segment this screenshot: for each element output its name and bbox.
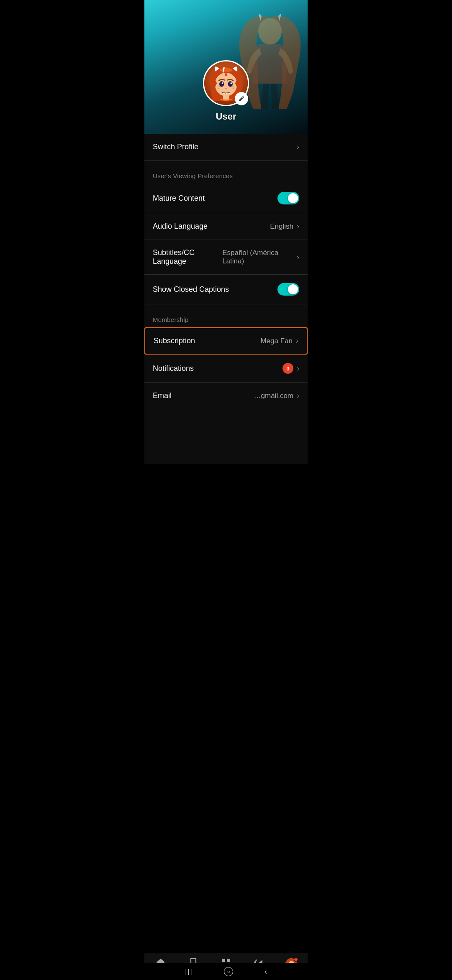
audio-language-row[interactable]: Audio Language English › <box>144 213 308 240</box>
chevron-icon: › <box>297 253 299 262</box>
svg-point-3 <box>219 81 224 87</box>
edit-avatar-button[interactable] <box>235 92 248 105</box>
notifications-badge: 3 <box>282 363 293 374</box>
svg-point-5 <box>222 82 223 84</box>
notifications-right: 3 › <box>282 363 299 374</box>
chevron-icon: › <box>297 143 299 151</box>
switch-profile-row[interactable]: Switch Profile › <box>144 134 308 161</box>
email-row[interactable]: Email …gmail.com › <box>144 383 308 409</box>
hero-header: User <box>144 0 308 134</box>
audio-language-value: English <box>270 222 293 231</box>
section-preferences-header: User's Viewing Preferences <box>144 161 308 184</box>
subtitles-cc-right: Español (América Latina) › <box>222 249 299 265</box>
mature-content-right <box>277 192 299 204</box>
subscription-right: Mega Fan › <box>260 337 298 345</box>
svg-point-6 <box>230 82 232 84</box>
subtitles-cc-row[interactable]: Subtitles/CC Language Español (América L… <box>144 240 308 275</box>
subtitles-cc-label: Subtitles/CC Language <box>153 248 222 266</box>
hero-content: User <box>203 60 249 122</box>
show-cc-label: Show Closed Captions <box>153 285 229 294</box>
show-cc-toggle[interactable] <box>277 283 299 296</box>
chevron-icon: › <box>297 364 299 373</box>
mature-content-toggle[interactable] <box>277 192 299 204</box>
email-value: …gmail.com <box>254 392 293 400</box>
audio-language-label: Audio Language <box>153 222 208 231</box>
svg-point-0 <box>258 18 282 45</box>
svg-line-11 <box>232 88 234 88</box>
mature-content-track <box>277 192 299 204</box>
subscription-row[interactable]: Subscription Mega Fan › <box>144 327 308 355</box>
svg-point-4 <box>228 81 233 87</box>
settings-content: Switch Profile › User's Viewing Preferen… <box>144 134 308 464</box>
avatar-wrapper <box>203 60 249 106</box>
show-cc-track <box>277 283 299 296</box>
switch-profile-right: › <box>297 143 299 151</box>
email-label: Email <box>153 391 172 400</box>
svg-point-7 <box>225 73 227 76</box>
mature-content-row[interactable]: Mature Content <box>144 184 308 213</box>
notifications-row[interactable]: Notifications 3 › <box>144 355 308 383</box>
section-membership-header: Membership <box>144 304 308 327</box>
email-right: …gmail.com › <box>254 391 299 400</box>
show-cc-right <box>277 283 299 296</box>
chevron-icon: › <box>297 222 299 231</box>
show-cc-thumb <box>288 284 298 294</box>
username-label: User <box>216 111 236 122</box>
switch-profile-label: Switch Profile <box>153 143 198 151</box>
chevron-icon: › <box>296 337 298 345</box>
subscription-value: Mega Fan <box>260 337 293 345</box>
notifications-label: Notifications <box>153 364 194 373</box>
show-cc-row[interactable]: Show Closed Captions <box>144 275 308 304</box>
mature-content-thumb <box>288 193 298 203</box>
subscription-label: Subscription <box>154 337 195 345</box>
svg-line-9 <box>218 88 220 88</box>
chevron-icon: › <box>297 391 299 400</box>
audio-language-right: English › <box>270 222 299 231</box>
subtitles-cc-value: Español (América Latina) <box>222 249 293 265</box>
mature-content-label: Mature Content <box>153 194 205 203</box>
